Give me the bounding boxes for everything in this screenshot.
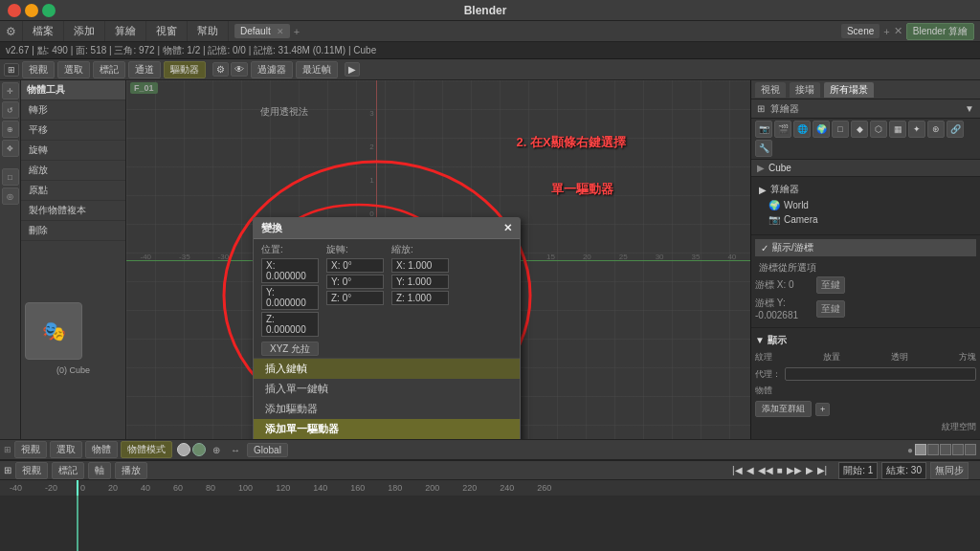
prop-icon-world[interactable]: 🌍 bbox=[813, 121, 830, 138]
rot-x[interactable]: X: 0° bbox=[326, 258, 384, 273]
tool-scale[interactable]: ⊕ bbox=[2, 121, 19, 138]
close-btn[interactable] bbox=[8, 4, 21, 17]
play-btn-start[interactable]: |◀ bbox=[732, 465, 743, 475]
minimize-btn[interactable] bbox=[25, 4, 38, 17]
pivot-btn[interactable]: ⊕ bbox=[209, 444, 224, 456]
rot-y[interactable]: Y: 0° bbox=[326, 275, 384, 289]
draw-mode-2[interactable] bbox=[192, 443, 206, 456]
timeline-mark-btn[interactable]: 標記 bbox=[52, 462, 84, 479]
object-mode-btn[interactable]: 物體模式 bbox=[121, 441, 172, 458]
cursor-toggle[interactable]: ✓ 顯示/游標 bbox=[755, 239, 976, 256]
menu-item-render[interactable]: 算繪 bbox=[105, 21, 146, 41]
filter-icon[interactable]: ▼ bbox=[965, 103, 974, 114]
add-layout-btn[interactable]: + bbox=[294, 26, 300, 37]
viewport-channel-btn[interactable]: 通道 bbox=[128, 61, 161, 78]
tool-delete[interactable]: 刪除 bbox=[21, 221, 125, 241]
ctx-insert-single-keyframe[interactable]: 插入單一鍵幀 bbox=[254, 379, 520, 399]
tab-scene[interactable]: 接場 bbox=[790, 82, 820, 98]
play-btn-stop[interactable]: ■ bbox=[777, 465, 783, 475]
viewport-select-btn[interactable]: 選取 bbox=[57, 61, 90, 78]
bottom-view-btn[interactable]: 視觀 bbox=[14, 441, 47, 458]
play-btn-fwd[interactable]: ▶▶ bbox=[787, 465, 802, 475]
icon-btn-1[interactable]: ⚙ bbox=[212, 62, 229, 77]
prop-icon-tex[interactable]: ▦ bbox=[889, 121, 906, 138]
icon-btn-2[interactable]: 👁 bbox=[231, 62, 248, 77]
tool-rotate-item[interactable]: 旋轉 bbox=[21, 141, 125, 161]
tab-view[interactable]: 視視 bbox=[755, 82, 786, 98]
scene-dropdown[interactable]: Scene bbox=[841, 24, 880, 38]
timeline-play-btn[interactable]: 播放 bbox=[115, 462, 147, 479]
manip-btn[interactable]: ↔ bbox=[227, 444, 244, 456]
play-btn-rev[interactable]: ◀◀ bbox=[758, 465, 773, 475]
ctx-add-single-driver[interactable]: 添加單一驅動器 bbox=[254, 419, 520, 439]
tool-transform[interactable]: 轉形 bbox=[21, 100, 125, 121]
context-close-btn[interactable]: ✕ bbox=[503, 222, 512, 234]
tool-duplicate[interactable]: 製作物體複本 bbox=[21, 201, 125, 221]
xyz-euler-btn[interactable]: XYZ 允拉 bbox=[254, 341, 520, 359]
ctx-add-driver[interactable]: 添加驅動器 bbox=[254, 399, 520, 419]
layer-btn-2[interactable] bbox=[927, 444, 939, 455]
scale-z[interactable]: Z: 1.000 bbox=[391, 291, 449, 305]
tool-pan[interactable]: ✥ bbox=[2, 140, 19, 157]
prop-icon-camera[interactable]: 📷 bbox=[755, 121, 772, 138]
bottom-obj-btn[interactable]: 物體 bbox=[85, 441, 118, 458]
tool-scale-item[interactable]: 縮放 bbox=[21, 161, 125, 181]
tool-extra2[interactable]: ◎ bbox=[2, 187, 19, 205]
end-frame[interactable]: 結束: 30 bbox=[881, 462, 926, 479]
add-group-row[interactable]: 添加至群組 + bbox=[755, 399, 976, 419]
start-frame[interactable]: 開始: 1 bbox=[838, 462, 878, 479]
tool-extra1[interactable]: □ bbox=[2, 168, 19, 186]
ctx-insert-keyframe[interactable]: 插入鍵幀 bbox=[254, 359, 520, 379]
pos-z[interactable]: Z: 0.000000 bbox=[261, 312, 319, 337]
viewport-view-btn[interactable]: 視觀 bbox=[22, 61, 55, 78]
menu-item-window[interactable]: 視窗 bbox=[146, 21, 188, 41]
layer-btn-1[interactable] bbox=[915, 444, 926, 455]
scene-add-btn[interactable]: + bbox=[883, 26, 889, 37]
prop-icon-obj[interactable]: □ bbox=[832, 121, 849, 138]
recent-frame-btn[interactable]: 最近幀 bbox=[296, 61, 338, 78]
timeline-view-btn[interactable]: 視觀 bbox=[15, 462, 48, 479]
add-group-btn[interactable]: 添加至群組 bbox=[755, 401, 812, 417]
scene-item-world[interactable]: 🌍 World bbox=[755, 198, 976, 212]
global-btn[interactable]: Global bbox=[247, 443, 288, 457]
render-engine-btn[interactable]: Blender 算繪 bbox=[906, 23, 974, 40]
add-group-plus[interactable]: + bbox=[815, 403, 830, 416]
menu-item-help[interactable]: 幫助 bbox=[188, 21, 229, 41]
prop-icon-mesh[interactable]: ◆ bbox=[851, 121, 868, 138]
scale-y[interactable]: Y: 1.000 bbox=[391, 275, 449, 289]
rot-z[interactable]: Z: 0° bbox=[326, 291, 384, 305]
pos-y[interactable]: Y: 0.000000 bbox=[261, 285, 319, 310]
prop-icon-phys[interactable]: ⊛ bbox=[927, 121, 945, 138]
prop-icon-particle[interactable]: ✦ bbox=[908, 121, 925, 138]
sync-mode[interactable]: 無同步 bbox=[930, 462, 969, 479]
tool-translate[interactable]: 平移 bbox=[21, 121, 125, 141]
viewport-3d[interactable]: -40-35-30-25-20-15-10-50510152025303540 … bbox=[126, 80, 750, 439]
prop-icon-render[interactable]: 🎬 bbox=[774, 121, 791, 138]
maximize-btn[interactable] bbox=[42, 4, 56, 17]
timeline-obj-btn[interactable]: 軸 bbox=[88, 462, 111, 479]
prop-icon-constraint[interactable]: 🔗 bbox=[947, 121, 964, 138]
layout-tab[interactable]: Default ✕ bbox=[234, 24, 290, 38]
play-btn-next[interactable]: ▶ bbox=[806, 465, 813, 475]
prop-icon-scene[interactable]: 🌐 bbox=[793, 121, 811, 138]
filter-btn[interactable]: 過濾器 bbox=[251, 61, 293, 78]
cursor-x-set[interactable]: 至鍵 bbox=[816, 276, 845, 294]
pos-x[interactable]: X: 0.000000 bbox=[261, 258, 319, 283]
driver-btn[interactable]: 驅動器 bbox=[164, 61, 206, 78]
layer-btn-5[interactable] bbox=[965, 444, 976, 455]
tab-all-scenes[interactable]: 所有場景 bbox=[824, 82, 874, 98]
draw-mode-1[interactable] bbox=[177, 443, 190, 456]
bottom-select-btn[interactable]: 選取 bbox=[50, 441, 82, 458]
scale-x[interactable]: X: 1.000 bbox=[391, 258, 449, 273]
cursor-y-set[interactable]: 至鍵 bbox=[816, 300, 845, 318]
timeline-tracks[interactable]: F_01 bbox=[0, 496, 980, 551]
scene-item-renderer[interactable]: ▶ 算繪器 bbox=[755, 181, 976, 198]
playback-icon[interactable]: ▶ bbox=[345, 62, 360, 77]
scene-item-camera[interactable]: 📷 Camera bbox=[755, 212, 976, 227]
prop-icon-mod[interactable]: 🔧 bbox=[755, 140, 772, 157]
tool-origin[interactable]: 原點 bbox=[21, 181, 125, 201]
menu-item-file[interactable]: 檔案 bbox=[23, 21, 64, 41]
tool-rotate[interactable]: ↺ bbox=[2, 101, 19, 119]
layer-btn-4[interactable] bbox=[952, 444, 964, 455]
layer-btn-3[interactable] bbox=[940, 444, 951, 455]
